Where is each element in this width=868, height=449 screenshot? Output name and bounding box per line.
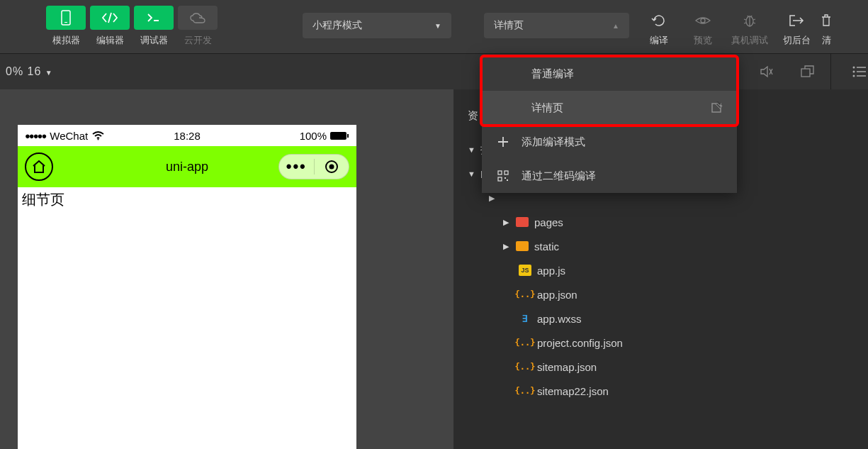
svg-rect-1 xyxy=(64,22,67,23)
status-time: 18:28 xyxy=(174,130,201,142)
json-file-icon: {..} xyxy=(519,289,531,300)
edit-icon[interactable] xyxy=(710,101,723,114)
exit-icon xyxy=(781,10,812,31)
bug-icon xyxy=(734,10,765,31)
mode-select-label: 小程序模式 xyxy=(312,19,362,32)
cloud-dev-button[interactable]: 云开发 xyxy=(178,6,218,47)
json-file-icon: {..} xyxy=(519,385,531,397)
tree-label: sitemap.json xyxy=(537,361,597,373)
menu-add-compile-mode[interactable]: 添加编译模式 xyxy=(482,125,737,159)
page-content: 细节页 xyxy=(18,187,356,449)
json-file-icon: {..} xyxy=(519,361,531,372)
phone-icon xyxy=(46,6,86,30)
svg-point-2 xyxy=(701,18,705,23)
trash-icon xyxy=(819,10,833,31)
wxss-file-icon: ∃ xyxy=(519,313,531,324)
svg-point-10 xyxy=(853,75,855,77)
right-tools: 编译 预览 真机调试 切后台 清 xyxy=(638,6,833,47)
menu-normal-compile[interactable]: 普通编译 xyxy=(482,57,737,91)
code-icon xyxy=(90,6,130,30)
preview-button[interactable]: 预览 xyxy=(682,6,724,47)
menu-label: 详情页 xyxy=(531,101,563,115)
tree-file-sitemap22[interactable]: {..} sitemap22.json xyxy=(468,379,868,403)
tree-static-folder[interactable]: static xyxy=(468,234,868,258)
status-left: ●●●●● WeChat xyxy=(25,130,104,142)
page-select-label: 详情页 xyxy=(494,19,524,32)
clear-button[interactable]: 清 xyxy=(819,6,833,47)
remote-debug-button[interactable]: 真机调试 xyxy=(726,6,774,47)
compile-button[interactable]: 编译 xyxy=(638,6,680,47)
tree-label: static xyxy=(534,240,559,253)
svg-rect-16 xyxy=(498,171,502,174)
status-right: 100% xyxy=(300,130,349,142)
target-icon xyxy=(325,160,339,174)
simulator-pane: ●●●●● WeChat 18:28 100% xyxy=(0,89,453,449)
tree-label: project.config.json xyxy=(537,337,623,349)
tree-file-sitemap[interactable]: {..} sitemap.json xyxy=(468,355,868,379)
debugger-button[interactable]: 调试器 xyxy=(134,6,174,47)
mute-icon[interactable] xyxy=(758,63,775,80)
simulator-button[interactable]: 模拟器 xyxy=(46,6,86,47)
svg-rect-20 xyxy=(507,179,508,181)
preview-label: 预览 xyxy=(694,34,712,47)
tree-file-project-config[interactable]: {..} project.config.json xyxy=(468,331,868,355)
capsule-menu-button[interactable]: ••• xyxy=(279,155,314,179)
tree-label: sitemap22.json xyxy=(537,385,609,397)
mode-select-dropdown[interactable]: 小程序模式 ▼ xyxy=(303,13,451,38)
js-file-icon: JS xyxy=(519,265,531,276)
menu-detail-page[interactable]: 详情页 xyxy=(482,91,737,125)
resources-label: 资 xyxy=(468,109,478,123)
chevron-right-icon xyxy=(489,194,496,203)
svg-rect-7 xyxy=(801,69,810,77)
clear-label: 清 xyxy=(822,34,831,47)
tree-file-app-wxss[interactable]: ∃ app.wxss xyxy=(468,306,868,331)
tree-pages-folder[interactable]: pages xyxy=(468,210,868,234)
qr-icon xyxy=(496,169,510,183)
page-text: 细节页 xyxy=(22,192,64,207)
menu-label: 通过二维码编译 xyxy=(522,170,596,183)
main-area: ●●●●● WeChat 18:28 100% xyxy=(0,89,868,449)
tree-file-app-json[interactable]: {..} app.json xyxy=(468,282,868,306)
svg-point-9 xyxy=(853,71,855,73)
svg-rect-18 xyxy=(498,177,502,181)
svg-point-15 xyxy=(329,165,334,170)
tree-file-app-js[interactable]: JS app.js xyxy=(468,258,868,282)
sub-toolbar: 0% 16 ▼ xyxy=(0,54,868,89)
chevron-right-icon xyxy=(503,242,510,251)
page-select-dropdown[interactable]: 详情页 ▲ xyxy=(484,13,629,38)
simulator-label: 模拟器 xyxy=(52,34,80,47)
debugger-label: 调试器 xyxy=(140,34,168,47)
folder-icon xyxy=(516,241,529,251)
tree-label: app.json xyxy=(537,289,577,301)
eye-icon xyxy=(687,10,718,31)
carrier-label: WeChat xyxy=(50,130,88,142)
chevron-down-icon xyxy=(468,170,475,178)
list-icon[interactable] xyxy=(851,63,868,80)
capsule-close-button[interactable] xyxy=(315,155,349,179)
capsule-menu: ••• xyxy=(278,154,349,179)
svg-point-8 xyxy=(853,67,855,69)
editor-label: 编辑器 xyxy=(96,34,124,47)
menu-qr-compile[interactable]: 通过二维码编译 xyxy=(482,159,737,193)
chevron-down-icon: ▼ xyxy=(434,22,441,30)
zoom-indicator[interactable]: 0% 16 ▼ xyxy=(6,65,53,78)
home-icon xyxy=(32,160,46,173)
tree-label: app.wxss xyxy=(537,313,582,325)
editor-button[interactable]: 编辑器 xyxy=(90,6,130,47)
background-button[interactable]: 切后台 xyxy=(775,6,818,47)
chevron-right-icon xyxy=(503,218,510,227)
svg-point-11 xyxy=(98,138,99,140)
refresh-icon xyxy=(643,10,675,31)
detach-icon[interactable] xyxy=(799,63,816,80)
terminal-icon xyxy=(134,6,174,30)
svg-rect-12 xyxy=(330,132,346,140)
home-button[interactable] xyxy=(25,153,53,181)
menu-label: 普通编译 xyxy=(531,67,574,81)
chevron-down-icon xyxy=(468,145,475,154)
plus-icon xyxy=(496,135,510,149)
status-bar: ●●●●● WeChat 18:28 100% xyxy=(18,125,356,146)
battery-percent: 100% xyxy=(300,130,327,142)
svg-rect-17 xyxy=(505,171,508,174)
tool-group-left: 模拟器 编辑器 调试器 云开发 xyxy=(46,6,218,47)
battery-icon xyxy=(329,131,349,140)
